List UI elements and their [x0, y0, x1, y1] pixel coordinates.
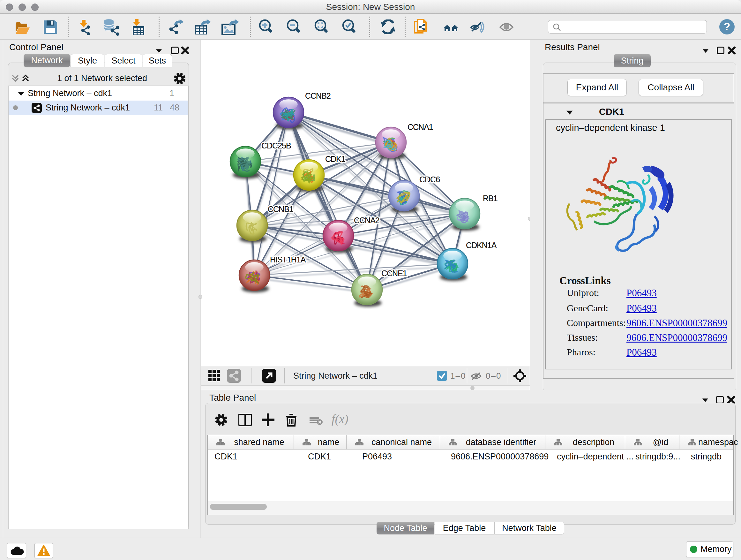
- svg-text:CDK1: CDK1: [325, 154, 345, 164]
- svg-text:CCNE1: CCNE1: [381, 269, 407, 278]
- svg-text:CDC6: CDC6: [419, 175, 440, 184]
- svg-text:CCNB1: CCNB1: [268, 205, 293, 213]
- svg-text:RB1: RB1: [483, 194, 497, 203]
- svg-text:CCNB2: CCNB2: [305, 91, 331, 100]
- svg-text:CCNA1: CCNA1: [408, 123, 433, 132]
- svg-text:CCNA2: CCNA2: [354, 216, 380, 225]
- svg-text:CDKN1A: CDKN1A: [466, 241, 497, 250]
- svg-text:?: ?: [724, 20, 731, 33]
- svg-text:CDC25B: CDC25B: [261, 141, 291, 150]
- svg-text:HIST1H1A: HIST1H1A: [270, 255, 306, 264]
